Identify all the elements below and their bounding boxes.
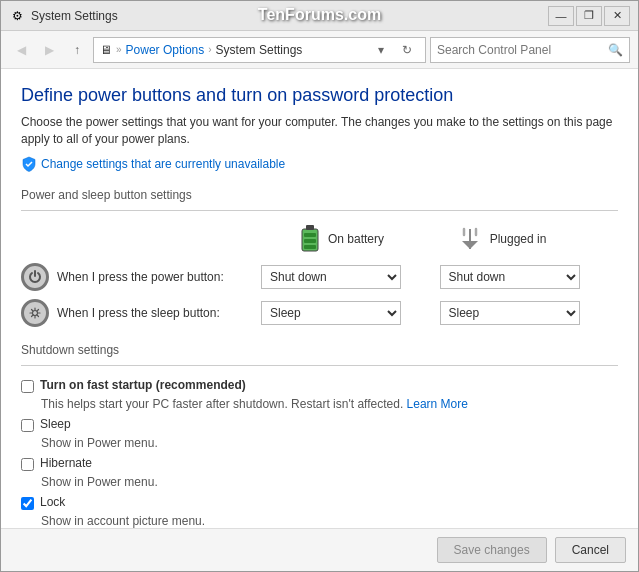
restore-button[interactable]: ❐ (576, 6, 602, 26)
up-button[interactable]: ↑ (65, 38, 89, 62)
hibernate-desc: Show in Power menu. (41, 475, 618, 489)
fast-startup-label-text: Turn on fast startup (recommended) (40, 378, 246, 392)
svg-rect-1 (306, 225, 314, 230)
change-settings-label[interactable]: Change settings that are currently unava… (41, 157, 285, 171)
sleep-desc: Show in Power menu. (41, 436, 618, 450)
minimize-button[interactable]: — (548, 6, 574, 26)
hibernate-item: Hibernate (21, 456, 618, 471)
on-battery-header: On battery (261, 223, 421, 255)
fast-startup-desc-text: This helps start your PC faster after sh… (41, 397, 403, 411)
fast-startup-checkbox[interactable] (21, 380, 34, 393)
breadcrumb-bar: 🖥 » Power Options › System Settings ▾ ↻ (93, 37, 426, 63)
power-section-divider (21, 210, 618, 211)
plugged-in-label: Plugged in (490, 232, 547, 246)
sleep-button-icon (21, 299, 49, 327)
power-on-battery-dropdown[interactable]: Do nothing Sleep Hibernate Shut down Tur… (261, 265, 401, 289)
refresh-button[interactable]: ↻ (395, 38, 419, 62)
svg-rect-3 (304, 239, 316, 243)
search-input[interactable] (437, 43, 608, 57)
lock-checkbox[interactable] (21, 497, 34, 510)
cancel-button[interactable]: Cancel (555, 537, 626, 563)
fast-startup-label[interactable]: Turn on fast startup (recommended) (40, 378, 246, 392)
sleep-plugged-dropdown-wrapper: Do nothing Sleep Hibernate (440, 301, 619, 325)
forward-button[interactable]: ▶ (37, 38, 61, 62)
window-icon: ⚙ (9, 8, 25, 24)
breadcrumb-dropdown-btn[interactable]: ▾ (369, 38, 393, 62)
on-battery-label: On battery (328, 232, 384, 246)
breadcrumb-power-link[interactable]: Power Options (126, 43, 205, 57)
svg-marker-6 (462, 241, 478, 249)
hibernate-label[interactable]: Hibernate (40, 456, 92, 470)
breadcrumb-separator-1: » (116, 44, 122, 55)
power-plugged-dropdown[interactable]: Do nothing Sleep Hibernate Shut down Tur… (440, 265, 580, 289)
learn-more-link[interactable]: Learn More (407, 397, 468, 411)
tenforums-banner: TenForums.com (258, 6, 381, 24)
footer: Save changes Cancel (1, 528, 638, 571)
close-button[interactable]: ✕ (604, 6, 630, 26)
battery-icon (298, 223, 322, 255)
power-button-row-label: When I press the power button: (21, 263, 261, 291)
back-button[interactable]: ◀ (9, 38, 33, 62)
settings-grid-header: On battery Plugged in (21, 223, 618, 255)
fast-startup-desc: This helps start your PC faster after sh… (41, 397, 618, 411)
breadcrumb-dropdown: ▾ ↻ (369, 38, 419, 62)
change-settings-link[interactable]: Change settings that are currently unava… (21, 156, 618, 172)
page-title: Define power buttons and turn on passwor… (21, 85, 618, 106)
lock-desc: Show in account picture menu. (41, 514, 618, 528)
power-on-battery-dropdown-wrapper: Do nothing Sleep Hibernate Shut down Tur… (261, 265, 440, 289)
power-section-title: Power and sleep button settings (21, 188, 618, 204)
breadcrumb-current: System Settings (216, 43, 303, 57)
shutdown-section: Shutdown settings Turn on fast startup (… (21, 343, 618, 528)
fast-startup-item: Turn on fast startup (recommended) (21, 378, 618, 393)
breadcrumb-icon: 🖥 (100, 43, 112, 57)
shield-icon (21, 156, 37, 172)
lock-label[interactable]: Lock (40, 495, 65, 509)
power-button-icon (21, 263, 49, 291)
plugged-in-header: Plugged in (421, 223, 581, 255)
hibernate-checkbox[interactable] (21, 458, 34, 471)
lock-item: Lock (21, 495, 618, 510)
sleep-button-row-label: When I press the sleep button: (21, 299, 261, 327)
sleep-on-battery-dropdown[interactable]: Do nothing Sleep Hibernate (261, 301, 401, 325)
sleep-plugged-dropdown[interactable]: Do nothing Sleep Hibernate (440, 301, 580, 325)
sleep-on-battery-dropdown-wrapper: Do nothing Sleep Hibernate (261, 301, 440, 325)
svg-rect-2 (304, 233, 316, 237)
breadcrumb-separator-2: › (208, 44, 211, 55)
search-box: 🔍 (430, 37, 630, 63)
shutdown-section-title: Shutdown settings (21, 343, 618, 359)
save-changes-button[interactable]: Save changes (437, 537, 547, 563)
power-settings-section: Power and sleep button settings (21, 188, 618, 327)
main-window: ⚙ System Settings — ❐ ✕ ◀ ▶ ↑ 🖥 » Power … (0, 0, 639, 572)
window-controls: — ❐ ✕ (548, 6, 630, 26)
shutdown-section-divider (21, 365, 618, 366)
page-description: Choose the power settings that you want … (21, 114, 618, 148)
sleep-label[interactable]: Sleep (40, 417, 71, 431)
power-button-label: When I press the power button: (57, 270, 224, 284)
content-area: Define power buttons and turn on passwor… (1, 69, 638, 528)
svg-point-9 (33, 310, 38, 315)
sleep-button-row: When I press the sleep button: Do nothin… (21, 299, 618, 327)
plug-icon (456, 227, 484, 251)
power-plugged-dropdown-wrapper: Do nothing Sleep Hibernate Shut down Tur… (440, 265, 619, 289)
sleep-checkbox[interactable] (21, 419, 34, 432)
nav-bar: ◀ ▶ ↑ 🖥 » Power Options › System Setting… (1, 31, 638, 69)
sleep-button-label: When I press the sleep button: (57, 306, 220, 320)
power-button-row: When I press the power button: Do nothin… (21, 263, 618, 291)
search-icon: 🔍 (608, 43, 623, 57)
sleep-item: Sleep (21, 417, 618, 432)
svg-rect-4 (304, 245, 316, 249)
